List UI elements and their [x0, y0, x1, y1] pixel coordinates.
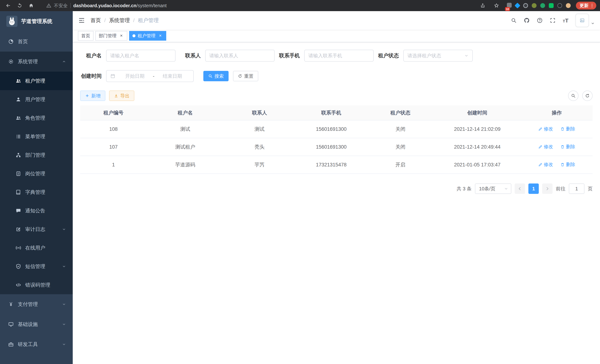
reset-button[interactable]: 重置	[233, 71, 258, 81]
chevron-down-icon	[62, 227, 66, 231]
extension-icon-2[interactable]	[515, 3, 520, 8]
sidebar: 芋道管理系统 首页 系统管理 租户管理 用户管理	[0, 11, 73, 364]
filter-row-1: 租户名 联系人 联系手机	[80, 50, 593, 62]
date-separator: -	[152, 73, 155, 79]
github-link[interactable]	[524, 18, 530, 23]
url-path: /system/tenant	[136, 3, 167, 8]
breadcrumb-system[interactable]: 系统管理	[109, 17, 130, 24]
logo-image	[6, 16, 18, 27]
address-bar[interactable]: 不安全 dashboard.yudao.iocoder.cn/system/te…	[46, 3, 167, 9]
sidebar-item-error-code[interactable]: 错误码管理	[0, 276, 73, 294]
extension-icon-1[interactable]: 10	[507, 2, 512, 9]
filter-mobile: 联系手机	[278, 50, 374, 62]
sidebar-item-user-management[interactable]: 用户管理	[0, 90, 73, 109]
sidebar-menu: 首页 系统管理 租户管理 用户管理 角色管理	[0, 32, 73, 364]
app-logo[interactable]: 芋道管理系统	[0, 11, 73, 32]
page-button-1[interactable]: 1	[528, 184, 539, 194]
sidebar-item-home[interactable]: 首页	[0, 32, 73, 52]
field-label: 联系人	[179, 52, 201, 59]
add-button[interactable]: 新增	[80, 91, 105, 101]
next-page-button[interactable]	[542, 184, 553, 194]
contact-input[interactable]	[209, 53, 271, 59]
edit-link[interactable]: 修改	[538, 126, 553, 132]
sidebar-item-online-users[interactable]: 在线用户	[0, 239, 73, 257]
top-navbar: 首页 系统管理 租户管理	[73, 11, 600, 30]
edit-link[interactable]: 修改	[538, 144, 553, 150]
tab-home[interactable]: 首页	[78, 31, 94, 41]
export-button[interactable]: 导出	[109, 91, 134, 101]
browser-update-button[interactable]: 更新	[576, 2, 596, 9]
sidebar-item-system-management[interactable]: 系统管理	[0, 52, 73, 72]
toggle-search-button[interactable]	[568, 91, 579, 101]
edit-link[interactable]: 修改	[538, 161, 553, 168]
sidebar-item-dict-management[interactable]: 字典管理	[0, 183, 73, 202]
share-button[interactable]	[478, 1, 487, 10]
dict-icon	[16, 189, 21, 195]
search-button[interactable]: 搜索	[203, 71, 229, 81]
search-icon	[511, 18, 517, 23]
tab-tenant-management[interactable]: 租户管理	[129, 31, 166, 41]
date-range-picker[interactable]: 开始日期 - 结束日期	[106, 70, 194, 82]
body-row: 芋道管理系统 首页 系统管理 租户管理 用户管理	[0, 11, 600, 364]
status-select[interactable]: 请选择租户状态	[403, 50, 473, 62]
sidebar-item-dev-tools[interactable]: 研发工具	[0, 334, 73, 354]
delete-link[interactable]: 删除	[560, 161, 575, 168]
url-domain: dashboard.yudao.iocoder.cn	[73, 3, 136, 8]
extension-icon-7[interactable]	[557, 3, 562, 8]
tab-close-icon[interactable]	[158, 33, 163, 38]
sidebar-item-notice[interactable]: 通知公告	[0, 202, 73, 220]
back-icon	[5, 3, 11, 8]
delete-label: 删除	[566, 144, 575, 150]
help-button[interactable]	[537, 18, 543, 23]
delete-link[interactable]: 删除	[560, 144, 575, 150]
sidebar-item-sms-management[interactable]: 短信管理	[0, 257, 73, 276]
sidebar-item-menu-management[interactable]: 菜单管理	[0, 127, 73, 146]
sidebar-item-pay-management[interactable]: 支付管理	[0, 294, 73, 314]
sidebar-item-audit-log[interactable]: 审计日志	[0, 220, 73, 239]
header-search-button[interactable]	[511, 18, 517, 23]
sidebar-item-role-management[interactable]: 角色管理	[0, 109, 73, 127]
fullscreen-button[interactable]	[550, 18, 556, 23]
tenant-name-input[interactable]	[110, 53, 171, 59]
prev-page-button[interactable]	[515, 184, 525, 194]
sidebar-item-dept-management[interactable]: 部门管理	[0, 146, 73, 164]
extension-icon-3[interactable]	[523, 3, 528, 8]
edit-label: 修改	[544, 144, 553, 150]
mobile-input[interactable]	[308, 53, 370, 59]
extension-icon-6[interactable]	[549, 3, 554, 8]
pagination-total: 共 3 条	[457, 186, 472, 192]
url-text: dashboard.yudao.iocoder.cn/system/tenant	[73, 3, 167, 8]
tab-dept-management[interactable]: 部门管理	[95, 31, 127, 41]
filter-contact: 联系人	[179, 50, 275, 62]
profile-avatar-icon[interactable]	[566, 3, 571, 8]
page-size-select[interactable]: 10条/页	[475, 184, 511, 194]
user-menu[interactable]	[575, 14, 595, 27]
browser-home-button[interactable]	[27, 1, 36, 10]
tab-close-icon[interactable]	[119, 33, 124, 38]
sidebar-item-label: 部门管理	[25, 152, 45, 159]
column-header-mobile: 联系手机	[295, 105, 367, 120]
column-header-tenant-id: 租户编号	[80, 105, 147, 120]
sidebar-item-label: 系统管理	[18, 58, 38, 65]
extension-icon-4[interactable]	[532, 3, 536, 8]
goto-page-input[interactable]	[569, 184, 584, 194]
sidebar-item-post-management[interactable]: 岗位管理	[0, 164, 73, 183]
browser-back-button[interactable]	[4, 1, 13, 10]
delete-link[interactable]: 删除	[560, 126, 575, 132]
sidebar-item-tenant-management[interactable]: 租户管理	[0, 72, 73, 90]
table-row: 107 测试租户 秃头 15601691300 关闭 2021-12-14 20…	[80, 138, 593, 156]
extension-icon-5[interactable]	[540, 3, 545, 8]
browser-refresh-button[interactable]	[15, 1, 24, 10]
table-row: 1 芋道源码 芋艿 17321315478 开启 2021-01-05 17:0…	[80, 156, 593, 174]
field-label: 创建时间	[80, 73, 102, 80]
filter-row-2: 创建时间 开始日期 - 结束日期 搜索 重置	[80, 70, 593, 82]
bookmark-button[interactable]	[492, 1, 501, 10]
sidebar-toggle-button[interactable]	[73, 11, 91, 30]
menu-dots-icon	[590, 3, 594, 8]
sidebar-item-infrastructure[interactable]: 基础设施	[0, 314, 73, 334]
reset-button-label: 重置	[244, 73, 253, 79]
refresh-table-button[interactable]	[582, 91, 593, 101]
breadcrumb-home[interactable]: 首页	[91, 17, 101, 24]
cell-actions: 修改 删除	[521, 120, 593, 138]
font-size-button[interactable]	[563, 17, 568, 24]
